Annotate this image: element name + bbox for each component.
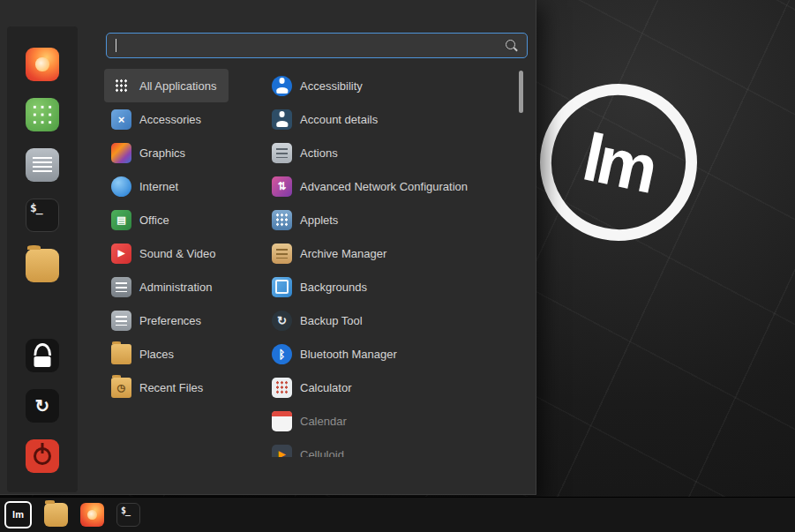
desktop: lm $_: [0, 0, 795, 532]
favorite-files[interactable]: [26, 249, 59, 282]
category-office[interactable]: ▤ Office: [104, 203, 182, 236]
sound-video-icon: ▶: [111, 244, 131, 264]
category-all-applications[interactable]: All Applications: [104, 69, 229, 102]
mint-wallpaper-logo: lm: [525, 69, 711, 255]
taskbar-terminal[interactable]: $_: [116, 503, 140, 527]
places-icon: [111, 344, 131, 364]
favorite-system-settings[interactable]: [26, 148, 59, 182]
lock-screen-icon: [26, 339, 59, 372]
internet-icon: [111, 176, 131, 197]
account-details-icon: [272, 109, 292, 130]
backup-tool-icon: ↻: [272, 311, 292, 331]
app-applets[interactable]: Applets: [265, 203, 350, 236]
app-advanced-network-configuration[interactable]: ⇅ Advanced Network Configuration: [265, 169, 480, 203]
administration-icon: [111, 277, 131, 297]
mint-logo-text: lm: [576, 117, 660, 206]
app-celluloid[interactable]: ▶ Celluloid: [265, 438, 356, 457]
preferences-icon: [111, 311, 131, 331]
search-input[interactable]: [120, 39, 501, 52]
taskbar-files[interactable]: [44, 503, 68, 527]
taskbar: lm $_: [0, 497, 795, 532]
power-icon: [26, 439, 59, 473]
bluetooth-manager-icon: ᛒ: [272, 344, 292, 364]
terminal-icon: $_: [26, 199, 59, 232]
app-bluetooth-manager[interactable]: ᛒ Bluetooth Manager: [265, 337, 409, 371]
logout-icon: ↻: [26, 389, 59, 423]
favorite-terminal[interactable]: $_: [26, 199, 59, 232]
category-administration[interactable]: Administration: [104, 270, 224, 303]
category-preferences[interactable]: Preferences: [104, 303, 214, 337]
accessibility-icon: [272, 76, 292, 96]
search-icon: [505, 39, 518, 52]
application-list: Accessibility Account details Actions ⇅ …: [265, 69, 516, 457]
terminal-icon: $_: [116, 503, 140, 527]
actions-icon: [272, 143, 292, 163]
app-calculator[interactable]: Calculator: [265, 371, 364, 404]
app-backgrounds[interactable]: Backgrounds: [265, 270, 379, 303]
session-power[interactable]: [26, 439, 59, 473]
firefox-icon: [26, 48, 59, 81]
calculator-icon: [272, 378, 292, 398]
app-accessibility[interactable]: Accessibility: [265, 69, 375, 102]
category-places[interactable]: Places: [104, 337, 186, 371]
system-settings-icon: [26, 148, 59, 182]
graphics-icon: [111, 143, 131, 163]
category-accessories[interactable]: × Accessories: [104, 102, 214, 136]
app-account-details[interactable]: Account details: [265, 102, 390, 136]
app-calendar[interactable]: Calendar: [265, 404, 359, 438]
application-menu: $_ ↻: [0, 0, 536, 495]
category-recent-files[interactable]: ◷ Recent Files: [104, 371, 215, 404]
category-graphics[interactable]: Graphics: [104, 136, 198, 169]
favorites-sidebar: $_ ↻: [7, 26, 78, 492]
office-icon: ▤: [111, 210, 131, 230]
session-group: ↻: [26, 339, 59, 473]
category-list: All Applications × Accessories Graphics …: [104, 69, 229, 404]
all-applications-icon: [111, 76, 131, 96]
app-actions[interactable]: Actions: [265, 136, 350, 169]
scrollbar-thumb[interactable]: [519, 71, 523, 113]
session-lock-screen[interactable]: [26, 339, 59, 372]
favorite-software-manager[interactable]: [26, 98, 59, 131]
category-sound-video[interactable]: ▶ Sound & Video: [104, 236, 229, 270]
recent-files-icon: ◷: [111, 378, 131, 398]
archive-manager-icon: [272, 244, 292, 264]
app-archive-manager[interactable]: Archive Manager: [265, 236, 399, 270]
applets-icon: [272, 210, 292, 230]
taskbar-menu-button[interactable]: lm: [4, 501, 32, 528]
calendar-icon: [272, 411, 292, 431]
menu-button-icon: lm: [4, 501, 32, 528]
favorite-firefox[interactable]: [26, 48, 59, 81]
files-icon: [44, 503, 68, 527]
software-manager-icon: [26, 98, 59, 131]
text-caret: [116, 39, 116, 52]
firefox-icon: [80, 503, 104, 527]
backgrounds-icon: [272, 277, 292, 297]
files-icon: [26, 249, 59, 282]
celluloid-icon: ▶: [272, 445, 292, 458]
search-bar: [106, 33, 528, 58]
accessories-icon: ×: [111, 109, 131, 130]
category-internet[interactable]: Internet: [104, 169, 191, 203]
favorites-group: $_: [26, 48, 59, 282]
taskbar-firefox[interactable]: [80, 503, 104, 527]
app-backup-tool[interactable]: ↻ Backup Tool: [265, 303, 375, 337]
session-logout[interactable]: ↻: [26, 389, 59, 423]
advanced-network-configuration-icon: ⇅: [272, 176, 292, 197]
